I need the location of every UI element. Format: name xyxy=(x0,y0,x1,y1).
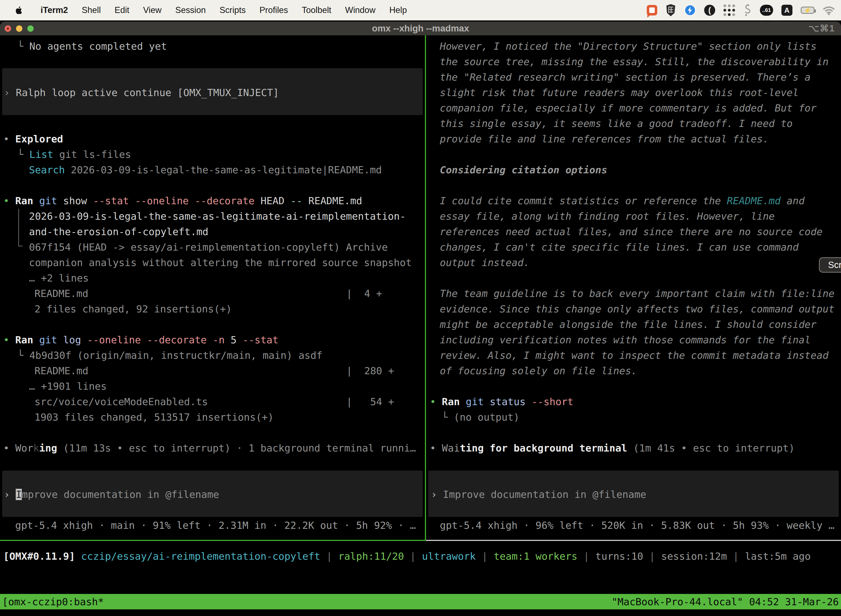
screen: iTerm2ShellEditViewSessionScriptsProfile… xyxy=(0,0,841,616)
omx-status-line: [OMX#0.11.9] cczip/essay/ai-reimplementa… xyxy=(3,0,841,616)
terminal-line-bottom-pane-0: [OMX#0.11.9] cczip/essay/ai-reimplementa… xyxy=(3,549,811,564)
tmux-session-label[interactable]: [omx-cczip0:bash* xyxy=(2,596,104,607)
screen-share-button[interactable]: Scre xyxy=(819,257,841,273)
tmux-host-clock-label: "MacBook-Pro-44.local" 04:52 31-Mar-26 xyxy=(611,596,839,607)
terminal-content: └ No agents completed yet› Ralph loop ac… xyxy=(0,35,841,616)
tmux-status-bar: [omx-cczip0:bash* "MacBook-Pro-44.local"… xyxy=(0,594,841,609)
